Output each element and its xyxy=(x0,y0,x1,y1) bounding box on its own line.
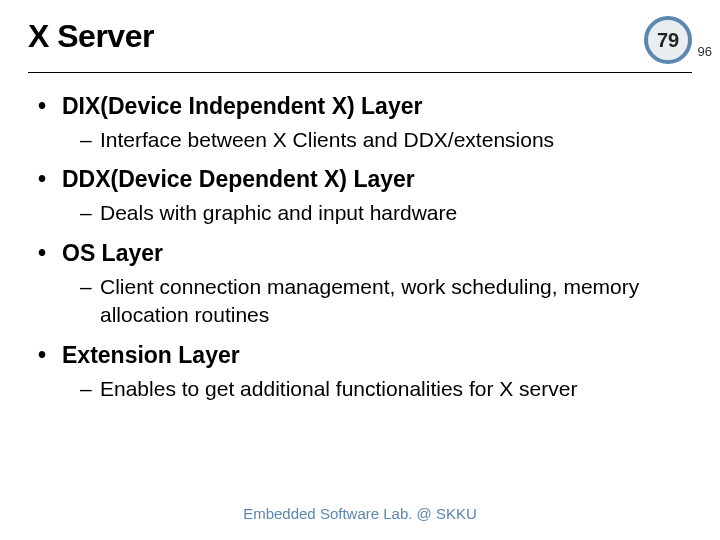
bullet-icon: • xyxy=(38,91,62,122)
slide-footer: Embedded Software Lab. @ SKKU xyxy=(0,505,720,522)
sub-text: Deals with graphic and input hardware xyxy=(100,199,692,227)
slide-title: X Server xyxy=(28,18,154,55)
heading-text: DDX(Device Dependent X) Layer xyxy=(62,164,415,195)
bullet-icon: • xyxy=(38,238,62,269)
sub-list: – Deals with graphic and input hardware xyxy=(38,199,692,227)
sub-list: – Interface between X Clients and DDX/ex… xyxy=(38,126,692,154)
page-total: 96 xyxy=(698,44,712,59)
bullet-icon: • xyxy=(38,164,62,195)
bullet-icon: • xyxy=(38,340,62,371)
heading-text: OS Layer xyxy=(62,238,163,269)
sub-text: Interface between X Clients and DDX/exte… xyxy=(100,126,692,154)
bullet-list: • DIX(Device Independent X) Layer – Inte… xyxy=(28,91,692,403)
sub-list-item: – Enables to get additional functionalit… xyxy=(38,375,692,403)
dash-icon: – xyxy=(80,273,100,301)
slide-header: X Server 79 xyxy=(28,18,692,64)
list-item-heading: • OS Layer xyxy=(38,238,692,269)
sub-text: Enables to get additional functionalitie… xyxy=(100,375,692,403)
list-item: • Extension Layer – Enables to get addit… xyxy=(38,340,692,403)
sub-text: Client connection management, work sched… xyxy=(100,273,692,330)
heading-text: Extension Layer xyxy=(62,340,240,371)
sub-list: – Enables to get additional functionalit… xyxy=(38,375,692,403)
header-divider xyxy=(28,72,692,73)
slide: X Server 79 96 • DIX(Device Independent … xyxy=(0,0,720,540)
list-item-heading: • DIX(Device Independent X) Layer xyxy=(38,91,692,122)
list-item: • DIX(Device Independent X) Layer – Inte… xyxy=(38,91,692,154)
list-item: • DDX(Device Dependent X) Layer – Deals … xyxy=(38,164,692,227)
list-item-heading: • Extension Layer xyxy=(38,340,692,371)
list-item-heading: • DDX(Device Dependent X) Layer xyxy=(38,164,692,195)
heading-text: DIX(Device Independent X) Layer xyxy=(62,91,422,122)
page-current: 79 xyxy=(657,29,679,52)
dash-icon: – xyxy=(80,199,100,227)
page-badge: 79 xyxy=(644,16,692,64)
dash-icon: – xyxy=(80,375,100,403)
list-item: • OS Layer – Client connection managemen… xyxy=(38,238,692,330)
sub-list-item: – Interface between X Clients and DDX/ex… xyxy=(38,126,692,154)
dash-icon: – xyxy=(80,126,100,154)
sub-list: – Client connection management, work sch… xyxy=(38,273,692,330)
sub-list-item: – Deals with graphic and input hardware xyxy=(38,199,692,227)
sub-list-item: – Client connection management, work sch… xyxy=(38,273,692,330)
